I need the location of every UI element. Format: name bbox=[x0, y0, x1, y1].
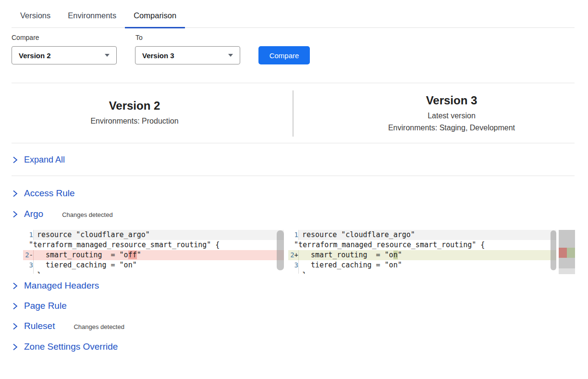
divider bbox=[12, 83, 575, 83]
version-right-environments: Environments: Staging, Development bbox=[336, 124, 567, 132]
divider bbox=[12, 143, 575, 143]
section-page-rule[interactable]: Page Rule bbox=[12, 301, 67, 311]
version-right-title: Version 3 bbox=[336, 94, 567, 107]
code-line-wrap: "terraform_managed_resource_smart_routin… bbox=[288, 240, 556, 250]
diff-pane-left[interactable]: 1 resource "cloudflare_argo" "terraform_… bbox=[23, 230, 284, 274]
divider bbox=[12, 176, 575, 176]
section-label: Zone Settings Override bbox=[24, 341, 118, 352]
tab-environments[interactable]: Environments bbox=[59, 11, 125, 28]
section-label: Argo bbox=[24, 209, 43, 219]
version-right-subtitle: Latest version bbox=[336, 112, 567, 120]
code-line-partial: } bbox=[23, 270, 284, 274]
chevron-down-icon bbox=[105, 54, 110, 57]
chevron-right-icon bbox=[12, 156, 18, 164]
compare-button[interactable]: Compare bbox=[258, 46, 310, 64]
diff-pane-right[interactable]: 1 resource "cloudflare_argo" "terraform_… bbox=[288, 230, 556, 274]
changes-detected-badge: Changes detected bbox=[74, 322, 124, 330]
compare-field-label: Compare bbox=[12, 34, 39, 41]
compare-to-select[interactable]: Version 3 bbox=[135, 46, 240, 64]
minimap-removed-marker bbox=[559, 248, 567, 258]
removed-token: ff bbox=[128, 251, 137, 259]
compare-from-select[interactable]: Version 2 bbox=[12, 46, 117, 64]
section-label: Access Rule bbox=[24, 188, 75, 199]
section-access-rule[interactable]: Access Rule bbox=[12, 188, 75, 199]
code-line-removed: 2- smart_routing = "off" bbox=[23, 250, 284, 260]
tab-versions[interactable]: Versions bbox=[12, 11, 59, 28]
comparison-page: Versions Environments Comparison Compare… bbox=[0, 0, 588, 379]
expand-all-button[interactable]: Expand All bbox=[12, 155, 65, 165]
chevron-right-icon bbox=[12, 323, 18, 330]
version-header-left: Version 2 Environments: Production bbox=[29, 99, 240, 129]
chevron-right-icon bbox=[12, 282, 18, 290]
chevron-right-icon bbox=[12, 190, 18, 197]
changes-detected-badge: Changes detected bbox=[62, 210, 113, 218]
compare-to-value: Version 3 bbox=[142, 51, 174, 60]
section-zone-settings-override[interactable]: Zone Settings Override bbox=[12, 341, 118, 352]
to-field-label: To bbox=[135, 34, 143, 41]
compare-from-value: Version 2 bbox=[19, 51, 51, 60]
section-label: Ruleset bbox=[24, 321, 55, 331]
version-header-right: Version 3 Latest version Environments: S… bbox=[336, 94, 567, 132]
diff-minimap-fade bbox=[559, 268, 575, 274]
chevron-right-icon bbox=[12, 343, 18, 351]
diff-minimap[interactable] bbox=[559, 230, 575, 268]
expand-all-label: Expand All bbox=[24, 155, 65, 165]
code-line-added: 2+ smart_routing = "on" bbox=[288, 250, 556, 260]
section-label: Managed Headers bbox=[24, 280, 99, 291]
chevron-right-icon bbox=[12, 303, 18, 310]
section-managed-headers[interactable]: Managed Headers bbox=[12, 280, 99, 291]
added-token: n bbox=[393, 251, 398, 259]
section-argo[interactable]: Argo Changes detected bbox=[12, 209, 113, 219]
code-line: 3 tiered_caching = "on" bbox=[23, 260, 284, 270]
section-label: Page Rule bbox=[24, 301, 67, 311]
scrollbar-thumb[interactable] bbox=[551, 230, 556, 270]
minimap-added-marker bbox=[567, 248, 575, 258]
chevron-right-icon bbox=[12, 211, 18, 218]
tab-bar: Versions Environments Comparison bbox=[12, 0, 575, 28]
section-ruleset[interactable]: Ruleset Changes detected bbox=[12, 321, 124, 331]
code-line: 1 resource "cloudflare_argo" bbox=[288, 230, 556, 240]
version-left-environments: Environments: Production bbox=[29, 117, 240, 126]
code-line: 1 resource "cloudflare_argo" bbox=[23, 230, 284, 240]
code-line-wrap: "terraform_managed_resource_smart_routin… bbox=[23, 240, 284, 250]
tab-comparison[interactable]: Comparison bbox=[125, 11, 185, 28]
chevron-down-icon bbox=[228, 54, 233, 57]
scrollbar-thumb[interactable] bbox=[277, 230, 284, 270]
code-line: 3 tiered_caching = "on" bbox=[288, 260, 556, 270]
version-left-title: Version 2 bbox=[29, 99, 240, 113]
vertical-divider bbox=[293, 90, 294, 137]
code-line-partial: } bbox=[288, 270, 556, 274]
